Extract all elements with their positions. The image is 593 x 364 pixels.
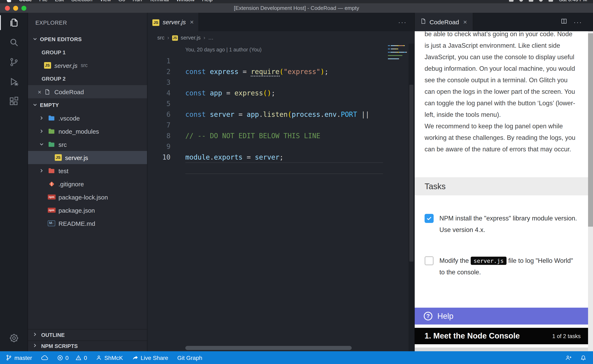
explorer-sidebar: EXPLORER OPEN EDITORSGROUP 1JSserver.jss… bbox=[28, 13, 147, 351]
git-branch-status[interactable]: master bbox=[6, 354, 32, 361]
error-count: 0 bbox=[66, 354, 69, 361]
editor-detail: src bbox=[81, 63, 87, 68]
problems-status[interactable]: 0 0 bbox=[57, 354, 87, 361]
tree-item-vscode[interactable]: .vscode bbox=[28, 111, 147, 125]
folder-src-icon bbox=[48, 142, 55, 147]
live-share-status[interactable]: Live Share bbox=[132, 354, 168, 361]
section-label: EMPTY bbox=[40, 102, 59, 108]
menu-item-go[interactable]: Go bbox=[118, 0, 125, 2]
tree-item-readme-md[interactable]: M↓README.md bbox=[28, 217, 147, 230]
live-share-contacts-icon[interactable] bbox=[565, 355, 572, 360]
menu-item-edit[interactable]: Edit bbox=[55, 0, 64, 2]
breadcrumb-src[interactable]: src bbox=[157, 34, 165, 40]
code-line-1: const express = require("express"); bbox=[185, 67, 383, 77]
split-editor-icon[interactable] bbox=[561, 18, 567, 26]
lesson-footer[interactable]: 1. Meet the Node Console 1 of 2 tasks bbox=[415, 328, 588, 344]
tree-item-server-js[interactable]: JSserver.js bbox=[28, 151, 147, 164]
menu-item-code[interactable]: Code bbox=[19, 0, 32, 2]
extensions-icon bbox=[8, 96, 19, 107]
more-actions-icon[interactable]: ··· bbox=[574, 19, 582, 26]
account-status[interactable]: ShMcK bbox=[96, 354, 123, 361]
menu-item-run[interactable]: Run bbox=[133, 0, 142, 2]
close-tab-icon[interactable]: × bbox=[463, 18, 467, 26]
publish-changes-button[interactable] bbox=[41, 355, 48, 360]
menu-item-help[interactable]: Help bbox=[202, 0, 213, 2]
live-share-label: Live Share bbox=[141, 354, 168, 361]
git-graph-status[interactable]: Git Graph bbox=[177, 354, 202, 361]
menubar-status-icon[interactable] bbox=[539, 0, 543, 1]
open-editor-server-js[interactable]: JSserver.jssrc bbox=[28, 59, 147, 72]
code-line-4 bbox=[185, 99, 383, 109]
npm-icon: npm bbox=[48, 195, 55, 200]
activity-settings-gear[interactable] bbox=[0, 330, 28, 346]
js-file-icon: JS bbox=[172, 34, 178, 41]
open-editor-coderoad[interactable]: ×CodeRoad bbox=[28, 85, 147, 98]
task-checkbox-unchecked[interactable] bbox=[425, 256, 434, 265]
tree-root-empty[interactable]: EMPTY bbox=[28, 98, 147, 111]
breadcrumb-file[interactable]: server.js bbox=[180, 34, 200, 40]
git-icon bbox=[48, 181, 55, 187]
menu-item-view[interactable]: View bbox=[100, 0, 111, 2]
breadcrumb-more[interactable]: … bbox=[208, 34, 213, 40]
tree-item-label: server.js bbox=[65, 154, 88, 161]
status-bar: master 0 0 ShMcK Live Share Git Grap bbox=[0, 351, 593, 364]
menubar-clock[interactable]: Sat 6:43 PM bbox=[559, 0, 587, 2]
editor-vertical-scrollbar[interactable] bbox=[408, 44, 414, 351]
menubar-status-icon[interactable] bbox=[519, 0, 523, 1]
section-npm-scripts[interactable]: NPM SCRIPTS bbox=[28, 341, 147, 351]
menu-item-window[interactable]: Window bbox=[176, 0, 195, 2]
menubar-status-icon[interactable] bbox=[548, 0, 553, 1]
webview-scrollbar[interactable] bbox=[588, 13, 593, 351]
activity-explorer[interactable] bbox=[0, 13, 28, 32]
close-editor-icon[interactable]: × bbox=[35, 88, 44, 95]
task-list: NPM install the "express" library module… bbox=[415, 213, 588, 278]
error-icon bbox=[57, 355, 63, 360]
section-label: OPEN EDITORS bbox=[40, 36, 82, 42]
notifications-bell-icon[interactable] bbox=[580, 355, 586, 361]
tree-item-src[interactable]: src bbox=[28, 138, 147, 151]
tab-label: server.js bbox=[163, 19, 186, 26]
minimap[interactable] bbox=[388, 45, 407, 62]
tree-item-package-lock-json[interactable]: npmpackage-lock.json bbox=[28, 190, 147, 204]
apple-menu-icon[interactable] bbox=[7, 0, 12, 2]
close-tab-icon[interactable]: × bbox=[190, 18, 194, 26]
code-editor[interactable]: You, 20 days ago | 1 author (You) 123456… bbox=[147, 44, 414, 351]
scrollbar-thumb[interactable] bbox=[588, 33, 593, 227]
run-debug-icon bbox=[8, 77, 19, 87]
activity-source-control[interactable] bbox=[0, 52, 28, 72]
tab-server-js[interactable]: JS server.js × bbox=[147, 13, 199, 31]
section-label: NPM SCRIPTS bbox=[41, 343, 78, 349]
workbench: EXPLORER OPEN EDITORSGROUP 1JSserver.jss… bbox=[0, 13, 593, 351]
scrollbar-thumb[interactable] bbox=[409, 85, 413, 262]
help-section[interactable]: ? Help bbox=[415, 308, 588, 325]
more-actions-icon[interactable]: ··· bbox=[398, 19, 414, 26]
codelens[interactable]: You, 20 days ago | 1 author (You) bbox=[185, 45, 414, 54]
md-icon: M↓ bbox=[48, 221, 55, 226]
activity-bar bbox=[0, 13, 28, 351]
tree-item-label: .vscode bbox=[59, 115, 80, 122]
section-outline[interactable]: OUTLINE bbox=[28, 329, 147, 341]
tree-item-label: README.md bbox=[59, 220, 95, 227]
code-line-3: const app = express(); bbox=[185, 88, 383, 99]
git-graph-label: Git Graph bbox=[177, 354, 202, 361]
activity-search[interactable] bbox=[0, 32, 28, 52]
tree-item-gitignore[interactable]: .gitignore bbox=[28, 177, 147, 190]
tutorial-text: be able to check what’s going on in your… bbox=[415, 31, 588, 177]
editor-horizontal-scrollbar[interactable] bbox=[185, 346, 352, 350]
menu-item-file[interactable]: File bbox=[39, 0, 47, 2]
menubar-status-icon[interactable] bbox=[529, 0, 533, 1]
sidebar-bottom-sections: OUTLINE NPM SCRIPTS bbox=[28, 329, 147, 351]
open-editors-header[interactable]: OPEN EDITORS bbox=[28, 32, 147, 46]
tab-coderoad[interactable]: CodeRoad × bbox=[415, 13, 473, 31]
task-checkbox-checked[interactable] bbox=[425, 214, 434, 223]
tree-item-package-json[interactable]: npmpackage.json bbox=[28, 204, 147, 217]
activity-extensions[interactable] bbox=[0, 92, 28, 111]
menu-item-terminal[interactable]: Terminal bbox=[149, 0, 169, 2]
tree-item-test[interactable]: test bbox=[28, 164, 147, 177]
activity-run-debug[interactable] bbox=[0, 72, 28, 92]
folder-test-icon bbox=[48, 168, 55, 174]
tree-item-node-modules[interactable]: node_modules bbox=[28, 125, 147, 138]
menubar-status-icon[interactable] bbox=[509, 0, 513, 1]
menu-item-selection[interactable]: Selection bbox=[71, 0, 93, 2]
breadcrumb: src › JS server.js › … bbox=[147, 31, 414, 44]
